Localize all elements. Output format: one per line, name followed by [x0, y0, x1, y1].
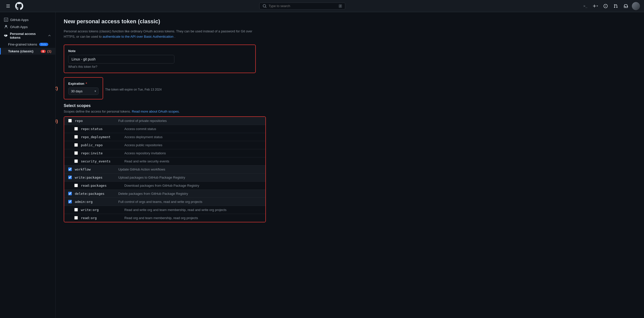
scope-name-security-events: security_events: [81, 159, 121, 163]
chevron-up-icon: [48, 34, 51, 38]
scope-desc-delete-packages: Delete packages from GitHub Package Regi…: [118, 192, 261, 196]
fine-grained-tokens-label: Fine-grained tokens: [8, 43, 37, 46]
scope-name-write-packages: write:packages: [75, 176, 115, 179]
tokens-classic-label: Tokens (classic): [8, 49, 33, 53]
beta-badge: Beta: [39, 43, 48, 46]
scope-row-repo: repo Full control of private repositorie…: [64, 117, 265, 125]
pullrequest-icon: [614, 4, 618, 8]
scope-row-public-repo: public_repo Access public repositories: [64, 141, 265, 149]
scope-desc-write-packages: Upload packages to GitHub Package Regist…: [118, 176, 261, 179]
personal-access-tokens-label: Personal access tokens: [10, 32, 45, 39]
note-field-input[interactable]: [68, 55, 174, 63]
sidebar-item-personal-access-tokens[interactable]: Personal access tokens: [0, 30, 55, 41]
search-shortcut: /: [339, 4, 342, 8]
expiration-field-box: Expiration * 7 days 30 days 60 days 90 d…: [64, 77, 103, 99]
scope-name-repo: repo: [75, 119, 115, 123]
annotation-2: (2): [56, 86, 58, 91]
scope-name-delete-packages: delete:packages: [75, 192, 115, 196]
sidebar-item-fine-grained-tokens[interactable]: Fine-grained tokens Beta: [0, 41, 55, 48]
main-layout: GitHub Apps OAuth Apps Personal access t…: [0, 12, 644, 318]
scopes-desc: Scopes define the access for personal to…: [64, 110, 266, 113]
sidebar-item-github-apps[interactable]: GitHub Apps: [0, 16, 55, 23]
scope-desc-public-repo: Access public repositories: [124, 143, 261, 147]
hamburger-menu-button[interactable]: [4, 2, 12, 10]
scope-row-repo-status: repo:status Access commit status: [64, 125, 265, 133]
expiration-row: 7 days 30 days 60 days 90 days Custom No…: [68, 88, 99, 95]
scope-row-read-org: read:org Read org and team membership, r…: [64, 214, 265, 222]
expiry-text: The token will expire on Tue, Feb 13 202…: [105, 88, 162, 91]
scope-checkbox-repo-status[interactable]: [74, 127, 78, 131]
scope-checkbox-write-org[interactable]: [74, 208, 78, 211]
scope-checkbox-repo[interactable]: [68, 119, 72, 122]
scope-desc-repo-deployment: Access deployment status: [124, 135, 261, 139]
scope-checkbox-workflow[interactable]: [68, 167, 72, 171]
scope-row-repo-deployment: repo_deployment Access deployment status: [64, 133, 265, 141]
scope-checkbox-repo-deployment[interactable]: [74, 135, 78, 139]
scope-checkbox-admin-org[interactable]: [68, 200, 72, 203]
tokens-annotation-1: (1): [47, 49, 51, 53]
scope-desc-workflow: Update GitHub Action workflows: [118, 167, 261, 171]
scope-desc-admin-org: Full control of orgs and teams, read and…: [118, 200, 261, 204]
scope-checkbox-read-org[interactable]: [74, 216, 78, 220]
scope-checkbox-public-repo[interactable]: [74, 143, 78, 147]
note-field-label: Note: [68, 49, 251, 53]
scope-name-repo-invite: repo:invite: [81, 151, 121, 155]
search-input[interactable]: [269, 4, 337, 8]
search-bar[interactable]: /: [259, 3, 345, 10]
scope-name-repo-status: repo:status: [81, 127, 121, 131]
sidebar-item-tokens-classic[interactable]: Tokens (classic) 6 (1): [0, 48, 55, 55]
scope-checkbox-repo-invite[interactable]: [74, 151, 78, 155]
scope-checkbox-delete-packages[interactable]: [68, 192, 72, 195]
person-icon: [4, 25, 8, 29]
chevron-down-icon: [596, 5, 599, 7]
scope-row-workflow: workflow Update GitHub Action workflows: [64, 165, 265, 174]
inbox-button[interactable]: [622, 2, 630, 10]
terminal-button[interactable]: >_: [581, 2, 589, 10]
note-field-hint: What's this token for?: [68, 65, 251, 69]
scope-name-read-org: read:org: [81, 216, 121, 220]
scope-row-write-org: write:org Read and write org and team me…: [64, 206, 265, 214]
scope-desc-write-org: Read and write org and team membership, …: [124, 208, 261, 212]
scope-row-security-events: security_events Read and write security …: [64, 157, 265, 165]
scope-checkbox-security-events[interactable]: [74, 159, 78, 163]
scope-name-workflow: workflow: [75, 167, 115, 171]
apps-icon: [4, 18, 8, 22]
page-description: Personal access tokens (classic) functio…: [64, 29, 256, 39]
pullrequest-button[interactable]: [612, 2, 620, 10]
scope-checkbox-write-packages[interactable]: [68, 176, 72, 179]
page-title: New personal access token (classic): [64, 18, 636, 25]
scope-desc-security-events: Read and write security events: [124, 159, 261, 163]
scopes-section: Select scopes Scopes define the access f…: [64, 103, 266, 222]
expiration-select-wrap[interactable]: 7 days 30 days 60 days 90 days Custom No…: [68, 88, 99, 95]
new-item-button[interactable]: [591, 2, 600, 10]
scope-row-read-packages: read:packages Download packages from Git…: [64, 182, 265, 190]
scope-name-public-repo: public_repo: [81, 143, 121, 147]
expiration-select[interactable]: 7 days 30 days 60 days 90 days Custom No…: [68, 88, 99, 95]
inbox-icon: [624, 4, 628, 8]
main-content: New personal access token (classic) Pers…: [56, 12, 644, 318]
scope-row-repo-invite: repo:invite Access repository invitation…: [64, 149, 265, 157]
scope-name-admin-org: admin:org: [75, 200, 115, 204]
avatar[interactable]: [632, 2, 640, 10]
github-logo[interactable]: [15, 2, 23, 10]
scope-name-read-packages: read:packages: [81, 184, 121, 187]
issues-icon: [604, 4, 608, 8]
sidebar-item-oauth-apps[interactable]: OAuth Apps: [0, 23, 55, 30]
top-navigation: / >_: [0, 0, 644, 12]
scope-desc-read-org: Read org and team membership, read org p…: [124, 216, 261, 220]
scope-row-admin-org: admin:org Full control of orgs and teams…: [64, 198, 265, 206]
scopes-box: repo Full control of private repositorie…: [64, 116, 266, 222]
scope-name-repo-deployment: repo_deployment: [81, 135, 121, 139]
oauth-scopes-link[interactable]: Read more about OAuth scopes.: [132, 110, 180, 113]
scope-row-delete-packages: delete:packages Delete packages from Git…: [64, 190, 265, 198]
scope-row-write-packages: write:packages Upload packages to GitHub…: [64, 174, 265, 182]
expiration-label: Expiration *: [68, 82, 99, 86]
issues-button[interactable]: [602, 2, 610, 10]
key-icon: [4, 34, 8, 38]
scope-checkbox-read-packages[interactable]: [74, 184, 78, 187]
search-icon: [263, 4, 267, 8]
scope-desc-repo-invite: Access repository invitations: [124, 151, 261, 155]
scope-desc-repo-status: Access commit status: [124, 127, 261, 131]
api-auth-link[interactable]: authenticate to the API over Basic Authe…: [103, 35, 173, 38]
sidebar-item-github-apps-label: GitHub Apps: [10, 18, 29, 22]
